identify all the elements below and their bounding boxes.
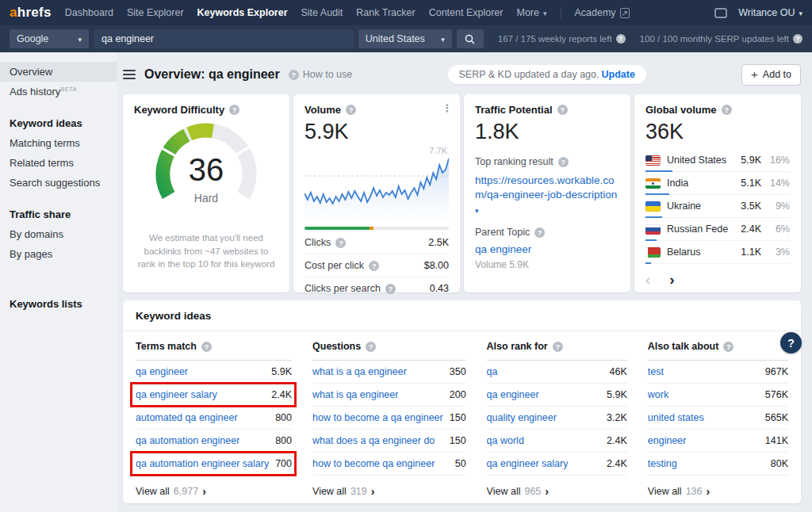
keyword-link[interactable]: how to become qa engineer: [312, 458, 435, 469]
country-row: Russian Federation 2.4K 6%: [645, 218, 790, 241]
metric-row-cpc: Cost per click $8.00: [304, 254, 449, 277]
pager-next-icon[interactable]: [669, 272, 674, 287]
keyword-link[interactable]: qa engineer: [136, 366, 188, 377]
help-icon[interactable]: [557, 105, 568, 115]
help-icon[interactable]: [616, 34, 626, 44]
nav-site-audit[interactable]: Site Audit: [301, 7, 343, 18]
pager-previous-icon[interactable]: [645, 272, 650, 287]
help-icon[interactable]: [553, 342, 563, 352]
keyword-link[interactable]: automated qa engineer: [136, 412, 238, 423]
kebab-menu-icon[interactable]: [441, 102, 454, 114]
sidebar-item-by-pages[interactable]: By pages: [0, 244, 117, 264]
menu-icon[interactable]: [123, 70, 136, 79]
volume-sparkline: 7.7K: [304, 155, 449, 219]
chevron-right-icon: [707, 485, 710, 498]
keyword-link[interactable]: quality engineer: [487, 412, 557, 423]
nav-dashboard[interactable]: Dashboard: [65, 7, 113, 18]
ahrefs-logo[interactable]: ahrefs: [10, 5, 52, 21]
keyword-link[interactable]: testing: [648, 458, 677, 469]
nav-content-explorer[interactable]: Content Explorer: [429, 7, 504, 18]
keyword-link[interactable]: what is qa engineer: [312, 389, 398, 400]
help-icon[interactable]: [366, 342, 376, 352]
table-row: united states565K: [648, 407, 788, 430]
help-icon[interactable]: [229, 105, 239, 115]
keyword-link[interactable]: qa engineer: [487, 389, 539, 400]
how-to-use-link[interactable]: How to use: [289, 69, 353, 80]
help-icon[interactable]: [385, 284, 396, 294]
monthly-serp-quota: 100 / 100 monthly SERP updates left: [640, 34, 802, 44]
top-ranking-result-link[interactable]: https://resources.workable.com/qa-engine…: [475, 174, 619, 202]
help-fab-button[interactable]: [780, 332, 802, 353]
table-row: what is a qa engineer350: [312, 361, 466, 384]
keyword-link[interactable]: qa automation engineer: [136, 435, 239, 446]
traffic-potential-value: 1.8K: [475, 120, 619, 144]
keyword-link[interactable]: how to become a qa engineer: [312, 412, 443, 423]
search-bar: Google United States 167 / 175 weekly re…: [0, 25, 812, 52]
us-flag-icon: [645, 155, 661, 166]
sidebar-item-related-terms[interactable]: Related terms: [0, 153, 117, 173]
nav-more-menu[interactable]: More: [516, 7, 546, 18]
help-icon[interactable]: [335, 238, 346, 248]
nav-academy[interactable]: Academy: [575, 7, 630, 18]
sidebar-item-by-domains[interactable]: By domains: [0, 224, 117, 244]
kd-gauge: 36 Hard: [146, 120, 266, 222]
help-icon[interactable]: [534, 227, 545, 238]
sidebar-item-matching-terms[interactable]: Matching terms: [0, 133, 117, 153]
external-link-icon: [620, 7, 630, 18]
chevron-right-icon: [371, 485, 375, 498]
help-icon[interactable]: [793, 34, 802, 44]
country-share-bar: [645, 262, 651, 264]
card-title: Keyword Difficulty: [134, 104, 278, 116]
sidebar-header-traffic-share: Traffic share: [0, 204, 117, 224]
account-menu[interactable]: Writance OU: [738, 7, 802, 18]
volume-value: 5.9K: [304, 120, 449, 144]
view-all-questions[interactable]: View all319: [312, 476, 466, 503]
view-all-also-talk-about[interactable]: View all136: [648, 476, 788, 503]
card-title: Traffic Potential: [475, 104, 619, 116]
country-select[interactable]: United States: [358, 29, 452, 48]
parent-topic-link[interactable]: qa engineer: [475, 243, 619, 255]
add-to-button[interactable]: Add to: [741, 64, 801, 86]
search-button[interactable]: [457, 29, 484, 48]
help-icon[interactable]: [346, 105, 356, 115]
help-icon[interactable]: [201, 342, 212, 352]
table-row: automated qa engineer800: [136, 407, 292, 430]
keyword-link[interactable]: qa world: [487, 435, 524, 446]
keyword-link[interactable]: qa engineer salary: [136, 389, 217, 400]
search-engine-select[interactable]: Google: [10, 29, 89, 48]
keyword-link[interactable]: what is a qa engineer: [312, 366, 407, 377]
update-link[interactable]: Update: [601, 69, 634, 80]
country-row: Belarus 1.1K 3%: [645, 241, 790, 264]
keyword-link[interactable]: united states: [648, 412, 704, 423]
keyword-link[interactable]: work: [648, 389, 668, 400]
expand-result-icon[interactable]: [475, 206, 619, 215]
keyword-link[interactable]: what does a qa engineer do: [312, 435, 435, 446]
beta-badge: BETA: [60, 86, 77, 93]
keyword-link[interactable]: engineer: [648, 435, 687, 446]
help-icon[interactable]: [369, 261, 379, 271]
plus-icon: [751, 68, 758, 81]
help-icon[interactable]: [558, 157, 569, 167]
table-row: quality engineer3.2K: [487, 407, 627, 430]
keyword-link[interactable]: qa engineer salary: [487, 458, 569, 469]
help-icon[interactable]: [723, 342, 733, 352]
table-row: engineer141K: [648, 430, 788, 453]
sidebar-item-search-suggestions[interactable]: Search suggestions: [0, 173, 117, 193]
view-all-also-rank-for[interactable]: View all965: [487, 476, 627, 503]
keyword-ideas-title: Keyword ideas: [123, 300, 801, 331]
help-icon[interactable]: [722, 105, 732, 115]
table-row: what is qa engineer200: [312, 384, 466, 407]
search-icon: [465, 34, 475, 44]
nav-rank-tracker[interactable]: Rank Tracker: [356, 7, 415, 18]
keyword-link[interactable]: test: [648, 366, 664, 377]
sidebar-item-ads-history[interactable]: Ads historyBETA: [0, 82, 117, 101]
nav-site-explorer[interactable]: Site Explorer: [127, 7, 184, 18]
nav-keywords-explorer[interactable]: Keywords Explorer: [197, 7, 288, 18]
keyword-link[interactable]: qa: [487, 366, 498, 377]
sidebar-item-overview[interactable]: Overview: [0, 62, 117, 82]
keyword-link[interactable]: qa automation engineer salary: [136, 458, 269, 469]
view-all-terms-match[interactable]: View all6,977: [136, 476, 292, 503]
devices-icon[interactable]: [714, 8, 727, 18]
parent-topic-label: Parent Topic: [475, 227, 619, 238]
keyword-search-input[interactable]: [94, 29, 354, 48]
